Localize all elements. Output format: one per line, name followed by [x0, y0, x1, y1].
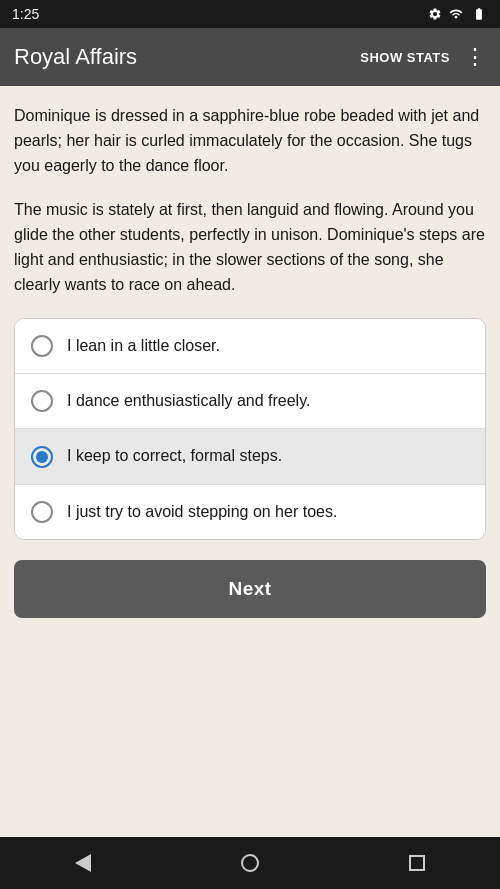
home-icon	[241, 854, 259, 872]
status-bar: 1:25	[0, 0, 500, 28]
next-button[interactable]: Next	[14, 560, 486, 618]
option-row[interactable]: I lean in a little closer.	[15, 319, 485, 374]
status-icons	[428, 7, 488, 21]
options-card: I lean in a little closer.I dance enthus…	[14, 318, 486, 541]
option-label: I just try to avoid stepping on her toes…	[67, 501, 337, 523]
radio-inner-dot	[36, 451, 48, 463]
gear-icon	[428, 7, 442, 21]
option-label: I keep to correct, formal steps.	[67, 445, 282, 467]
recents-icon	[409, 855, 425, 871]
radio-button[interactable]	[31, 390, 53, 412]
story-paragraph-2: The music is stately at first, then lang…	[14, 198, 486, 297]
app-bar: Royal Affairs SHOW STATS ⋮	[0, 28, 500, 86]
bottom-nav-bar	[0, 837, 500, 889]
app-title: Royal Affairs	[14, 44, 354, 70]
more-vert-icon[interactable]: ⋮	[464, 44, 486, 70]
back-button[interactable]	[75, 854, 91, 872]
back-icon	[75, 854, 91, 872]
option-row[interactable]: I dance enthusiastically and freely.	[15, 374, 485, 429]
option-row[interactable]: I keep to correct, formal steps.	[15, 429, 485, 484]
story-paragraph-1: Dominique is dressed in a sapphire-blue …	[14, 104, 486, 178]
option-label: I lean in a little closer.	[67, 335, 220, 357]
option-label: I dance enthusiastically and freely.	[67, 390, 310, 412]
option-row[interactable]: I just try to avoid stepping on her toes…	[15, 485, 485, 539]
radio-button[interactable]	[31, 501, 53, 523]
signal-icon	[448, 7, 464, 21]
radio-button[interactable]	[31, 446, 53, 468]
status-time: 1:25	[12, 6, 39, 22]
content-area: Dominique is dressed in a sapphire-blue …	[0, 86, 500, 837]
radio-button[interactable]	[31, 335, 53, 357]
battery-icon	[470, 7, 488, 21]
home-button[interactable]	[241, 854, 259, 872]
show-stats-button[interactable]: SHOW STATS	[354, 46, 456, 69]
recents-button[interactable]	[409, 855, 425, 871]
